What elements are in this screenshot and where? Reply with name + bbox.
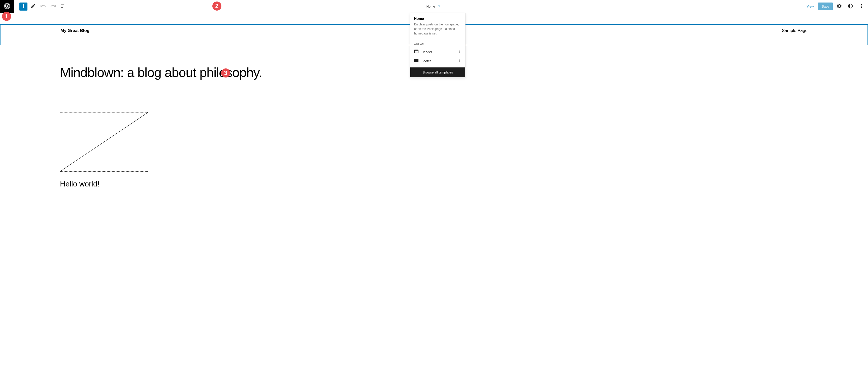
undo-button[interactable] xyxy=(38,2,48,11)
list-view-icon xyxy=(60,3,66,10)
area-header-label: Header xyxy=(422,50,432,54)
contrast-icon xyxy=(847,3,853,10)
area-item-footer[interactable]: Footer xyxy=(410,56,465,65)
nav-link-sample-page[interactable]: Sample Page xyxy=(782,28,808,33)
tools-button[interactable] xyxy=(28,2,37,11)
template-name-label: Home xyxy=(427,4,435,8)
footer-layout-icon xyxy=(414,58,418,64)
top-toolbar: Home View Save xyxy=(0,0,868,13)
view-link[interactable]: View xyxy=(804,3,816,10)
header-layout-icon xyxy=(414,49,418,55)
toolbar-left-group xyxy=(0,0,68,13)
annotation-badge-1: 1 xyxy=(2,12,11,21)
template-dropdown-panel: Home Displays posts on the homepage, or … xyxy=(410,13,465,77)
areas-section-label: AREAS xyxy=(410,39,465,47)
settings-button[interactable] xyxy=(835,2,844,11)
area-header-more-button[interactable] xyxy=(457,49,461,55)
browse-all-templates-button[interactable]: Browse all templates xyxy=(410,67,465,77)
undo-icon xyxy=(40,3,46,10)
pencil-icon xyxy=(30,3,36,10)
area-item-header[interactable]: Header xyxy=(410,47,465,56)
area-footer-label: Footer xyxy=(422,59,431,63)
toolbar-right-group: View Save xyxy=(804,2,868,11)
redo-icon xyxy=(50,3,56,10)
area-footer-more-button[interactable] xyxy=(457,58,461,64)
add-block-button[interactable] xyxy=(20,2,27,10)
template-selector-button[interactable]: Home xyxy=(427,3,442,9)
dropdown-header: Home Displays posts on the homepage, or … xyxy=(410,13,465,39)
annotation-badge-2: 2 xyxy=(212,1,221,10)
more-vertical-icon xyxy=(859,3,864,10)
wordpress-logo-button[interactable] xyxy=(0,0,14,13)
editor-canvas: My Great Blog Sample Page Mindblown: a b… xyxy=(0,24,868,386)
site-title[interactable]: My Great Blog xyxy=(60,28,89,33)
gear-icon xyxy=(837,3,842,10)
options-button[interactable] xyxy=(857,2,866,11)
annotation-badge-3: 3 xyxy=(221,68,230,77)
styles-button[interactable] xyxy=(846,2,855,11)
save-button[interactable]: Save xyxy=(818,2,833,10)
post-title[interactable]: Hello world! xyxy=(0,172,868,188)
document-overview-button[interactable] xyxy=(59,2,68,11)
featured-image-placeholder[interactable] xyxy=(60,112,148,172)
redo-button[interactable] xyxy=(49,2,58,11)
wordpress-icon xyxy=(3,2,10,10)
dropdown-title: Home xyxy=(414,16,461,21)
dropdown-description: Displays posts on the homepage, or on th… xyxy=(414,22,461,36)
chevron-down-icon xyxy=(436,3,441,9)
plus-icon xyxy=(21,3,26,10)
